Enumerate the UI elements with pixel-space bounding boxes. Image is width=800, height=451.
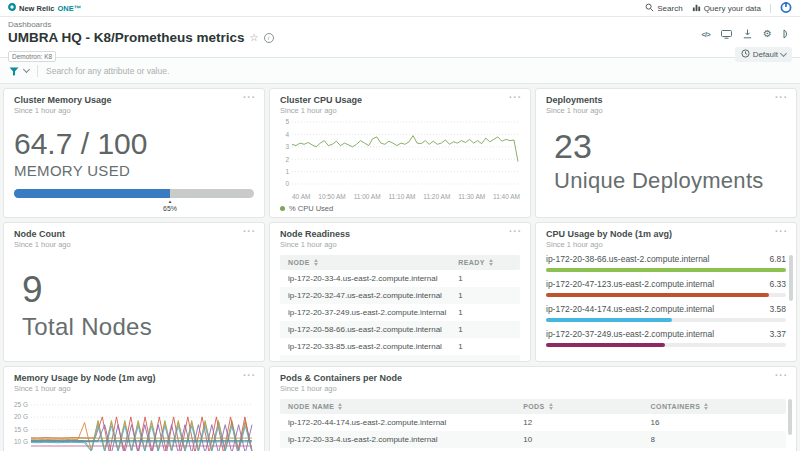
memory-progress-bar (14, 189, 254, 198)
column-header[interactable]: READY (458, 259, 512, 266)
svg-text:5: 5 (285, 119, 289, 125)
top-navigation-bar: New Relic ONE™ Search Query your data (0, 0, 800, 17)
half-circle-icon[interactable] (783, 25, 790, 43)
node-count-label: Total Nodes (14, 313, 254, 341)
dashboard-header: Dashboards UMBRA HQ - K8/Prometheus metr… (0, 17, 800, 58)
column-header[interactable]: NODE (288, 259, 458, 266)
table-row: ip-172-20-44-174.us-east-2.compute.inter… (280, 414, 786, 431)
scrollbar[interactable] (788, 399, 792, 435)
svg-text:10 G: 10 G (14, 438, 28, 445)
time-picker-dropdown[interactable]: Default (735, 47, 792, 62)
widget-menu-button[interactable]: ··· (243, 92, 256, 103)
bar-label: ip-172-20-47-123.us-east-2.compute.inter… (546, 279, 714, 289)
widget-subtitle: Since 1 hour ago (14, 240, 254, 249)
brand-name: New Relic (19, 4, 54, 13)
widget-menu-button[interactable]: ··· (243, 370, 256, 381)
widget-menu-button[interactable]: ··· (775, 226, 788, 237)
widget-subtitle: Since 1 hour ago (280, 384, 786, 393)
table-cell: ip-172-20-58-66.us-east-2.compute.intern… (288, 325, 458, 334)
widget-title: Pods & Containers per Node (280, 373, 786, 383)
bar-label: ip-172-20-44-174.us-east-2.compute.inter… (546, 304, 714, 314)
memory-progress-fill (14, 189, 170, 198)
filter-search-input[interactable]: Search for any attribute or value. (46, 66, 169, 76)
bar-value: 6.81 (769, 254, 786, 264)
svg-text:0: 0 (285, 180, 289, 187)
chevron-down-icon (780, 50, 787, 57)
table-body: ip-172-20-33-4.us-east-2.compute.interna… (280, 270, 520, 362)
bar-track (546, 343, 786, 347)
widget-title: Node Readiness (280, 229, 520, 239)
bar-label: ip-172-20-37-249.us-east-2.compute.inter… (546, 329, 714, 339)
new-relic-brand[interactable]: New Relic ONE™ (8, 3, 81, 13)
bar-track (546, 293, 786, 297)
search-icon (645, 3, 654, 14)
widget-subtitle: Since 1 hour ago (280, 240, 520, 249)
widget-menu-button[interactable]: ··· (775, 370, 788, 381)
sort-icon[interactable] (314, 259, 318, 266)
svg-text:25 G: 25 G (14, 401, 28, 408)
favorite-star-icon[interactable]: ☆ (250, 33, 259, 43)
column-header[interactable]: CONTAINERS (651, 403, 778, 410)
sort-icon[interactable] (489, 259, 493, 266)
svg-text:1: 1 (285, 168, 289, 175)
table-row: ip-172-20-38-66.us-east-2.compute.intern… (280, 355, 520, 362)
column-header[interactable]: NODE NAME (288, 403, 523, 410)
widget-subtitle: Since 1 hour ago (14, 106, 254, 115)
settings-gear-icon[interactable]: ⚙ (763, 29, 772, 39)
export-download-icon[interactable] (743, 25, 752, 43)
bar-item[interactable]: ip-172-20-47-123.us-east-2.compute.inter… (546, 279, 786, 297)
sort-icon[interactable] (549, 403, 553, 410)
bar-item[interactable]: ip-172-20-44-174.us-east-2.compute.inter… (546, 304, 786, 322)
widget-menu-button[interactable]: ··· (509, 92, 522, 103)
info-icon[interactable]: i (264, 33, 274, 43)
column-header[interactable]: PODS (523, 403, 650, 410)
sort-icon[interactable] (704, 403, 708, 410)
table-cell: 1 (458, 308, 512, 317)
scrollbar[interactable] (789, 255, 793, 301)
widget-subtitle: Since 1 hour ago (280, 106, 520, 115)
widget-cpu-usage-by-node: CPU Usage by Node (1m avg) Since 1 hour … (535, 222, 797, 362)
widget-title: Cluster Memory Usage (14, 95, 254, 105)
chevron-down-icon[interactable] (23, 66, 30, 73)
bar-value: 6.33 (769, 279, 786, 289)
widget-menu-button[interactable]: ··· (509, 226, 522, 237)
chart-legend[interactable]: % CPU Used (280, 204, 520, 213)
node-count-value: 9 (14, 269, 254, 311)
table-cell: ip-172-20-33-85.us-east-2.compute.intern… (288, 342, 458, 351)
table-cell: 1 (458, 359, 512, 362)
table-cell: ip-172-20-44-174.us-east-2.compute.inter… (288, 418, 523, 427)
account-avatar[interactable] (780, 1, 792, 15)
tv-mode-icon[interactable] (721, 25, 732, 43)
widget-subtitle: Since 1 hour ago (14, 384, 254, 393)
table-cell: ip-172-20-38-66.us-east-2.compute.intern… (288, 359, 458, 362)
sort-icon[interactable] (338, 403, 342, 410)
widget-subtitle: Since 1 hour ago (546, 106, 786, 115)
widget-title: Node Count (14, 229, 254, 239)
table-cell: 1 (458, 274, 512, 283)
table-cell: 8 (651, 435, 778, 444)
search-button[interactable]: Search (645, 3, 682, 14)
memory-used-value: 64.7 / 100 (14, 127, 254, 161)
x-axis-tick: 11:40 AM (493, 193, 520, 200)
clock-icon (741, 49, 750, 60)
widget-menu-button[interactable]: ··· (775, 92, 788, 103)
bar-label: ip-172-20-38-66.us-east-2.compute.intern… (546, 254, 709, 264)
bar-item[interactable]: ip-172-20-37-249.us-east-2.compute.inter… (546, 329, 786, 347)
bar-item[interactable]: ip-172-20-38-66.us-east-2.compute.intern… (546, 254, 786, 272)
code-embed-icon[interactable]: </> (701, 31, 710, 38)
widget-menu-button[interactable]: ··· (243, 226, 256, 237)
table-header-row: NODEREADY (280, 255, 520, 270)
progress-marker: ▲ 65% (163, 200, 177, 213)
x-axis-tick: 11:30 AM (458, 193, 485, 200)
cpu-bar-list: ip-172-20-38-66.us-east-2.compute.intern… (546, 254, 786, 347)
svg-text:4: 4 (285, 131, 289, 138)
table-header-row: NODE NAMEPODSCONTAINERS (280, 399, 786, 414)
dashboard-tag[interactable]: Demotron: K8 (8, 51, 56, 62)
widget-title: Memory Usage by Node (1m avg) (14, 373, 254, 383)
table-cell: 1 (458, 291, 512, 300)
table-body: ip-172-20-44-174.us-east-2.compute.inter… (280, 414, 786, 451)
query-your-data-button[interactable]: Query your data (692, 3, 761, 14)
table-row: ip-172-20-32-47.us-east-2.compute.intern… (280, 287, 520, 304)
svg-text:15 G: 15 G (14, 426, 28, 433)
breadcrumb[interactable]: Dashboards (8, 20, 274, 29)
